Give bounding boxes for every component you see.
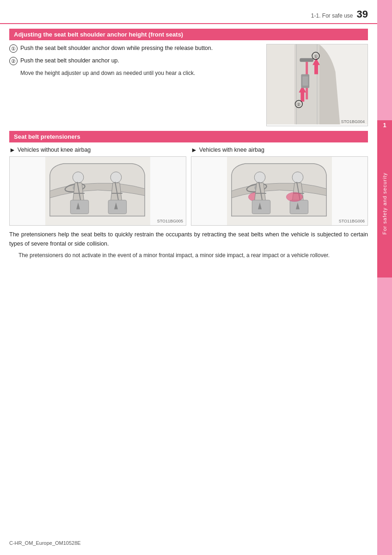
svg-text:②: ② (297, 102, 300, 107)
svg-rect-12 (302, 76, 308, 86)
chapter-number: 1 (377, 120, 392, 130)
para-indent: The pretensioners do not activate in the… (18, 251, 368, 260)
diagram-with-airbag-label: STO11BG006 (339, 219, 365, 223)
diagram-with-airbag-svg (191, 157, 368, 225)
step-1: ① Push the seat belt shoulder anchor dow… (9, 44, 259, 53)
footer-text: C-HR_OM_Europe_OM10528E (9, 540, 81, 546)
step-2: ② Push the seat belt shoulder anchor up. (9, 56, 259, 65)
svg-rect-4 (300, 58, 313, 62)
svg-point-16 (73, 172, 84, 183)
label-no-airbag: ► Vehicles without knee airbag (9, 146, 186, 154)
step-2-text: Push the seat belt shoulder anchor up. (20, 56, 119, 65)
diagrams-row: STO11BG005 (9, 156, 368, 226)
svg-text:①: ① (314, 54, 318, 59)
diagram-no-airbag-label: STO11BG005 (157, 219, 183, 223)
svg-point-36 (286, 192, 303, 202)
content-area: Adjusting the seat belt shoulder anchor … (0, 29, 377, 260)
label-no-airbag-text: Vehicles without knee airbag (18, 147, 91, 153)
step-1-text: Push the seat belt shoulder anchor down … (20, 44, 213, 53)
step-note: Move the height adjuster up and down as … (20, 69, 259, 77)
svg-point-32 (292, 172, 303, 183)
svg-rect-19 (70, 200, 88, 214)
step-1-number: ① (9, 44, 18, 53)
sidebar-section-text: For safety and security (382, 173, 387, 234)
svg-point-28 (254, 172, 265, 183)
sidebar-tab: 1 For safety and security (377, 0, 392, 555)
sidebar-section: For safety and security (377, 130, 392, 278)
label-with-airbag-text: Vehicles with knee airbag (199, 147, 264, 153)
svg-rect-35 (290, 200, 308, 214)
arrow-icon-left: ► (9, 146, 16, 154)
step-2-number: ② (9, 57, 18, 65)
anchor-diagram-box: ① ② STO1BG004 (266, 44, 368, 126)
para-main: The pretensioners help the seat belts to… (9, 230, 368, 248)
section2-heading: Seat belt pretensioners (9, 131, 368, 142)
footer: C-HR_OM_Europe_OM10528E (9, 540, 81, 546)
diagram1-label: STO1BG004 (341, 119, 365, 124)
label-with-airbag: ► Vehicles with knee airbag (191, 146, 368, 154)
svg-point-20 (110, 172, 122, 183)
svg-rect-31 (252, 200, 270, 214)
page-header: 1-1. For safe use 39 (0, 0, 377, 24)
diagram-no-airbag-svg (10, 157, 186, 225)
diagram-no-airbag: STO11BG005 (9, 156, 186, 226)
section1-heading: Adjusting the seat belt shoulder anchor … (9, 29, 368, 40)
section-label: 1-1. For safe use (311, 12, 353, 19)
anchor-diagram-svg: ① ② (267, 44, 368, 124)
steps-list: ① Push the seat belt shoulder anchor dow… (9, 44, 262, 77)
page-info: 1-1. For safe use 39 (311, 8, 368, 20)
pretensioner-section: Seat belt pretensioners ► Vehicles witho… (9, 131, 368, 259)
page-number: 39 (357, 8, 368, 20)
arrow-icon-right: ► (191, 146, 197, 154)
svg-rect-23 (108, 200, 126, 214)
main-content: 1-1. For safe use 39 Adjusting the seat … (0, 0, 377, 555)
steps-with-image: ① Push the seat belt shoulder anchor dow… (9, 44, 368, 126)
vehicle-labels: ► Vehicles without knee airbag ► Vehicle… (9, 146, 368, 154)
diagram-with-airbag: STO11BG006 (191, 156, 368, 226)
